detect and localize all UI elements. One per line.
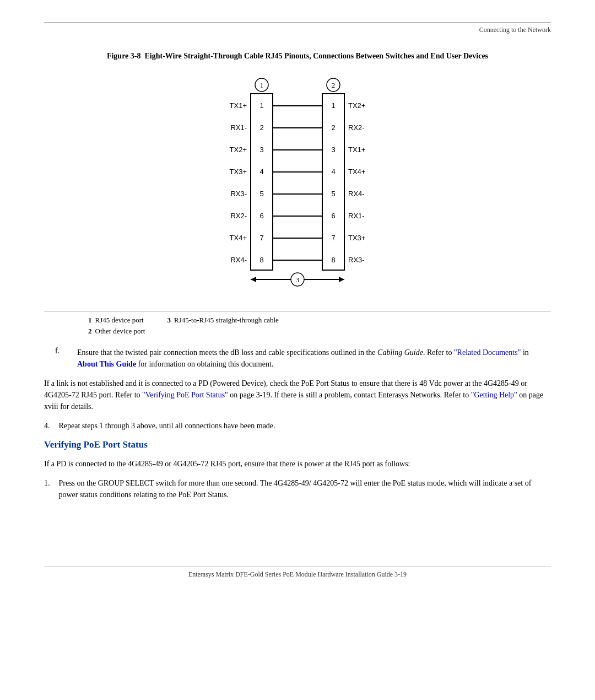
legend-num-3: 3 <box>167 316 171 325</box>
svg-text:3: 3 <box>259 146 263 154</box>
svg-text:8: 8 <box>259 256 263 264</box>
svg-text:1: 1 <box>259 101 263 110</box>
legend-item-2: 2 Other device port <box>88 327 145 336</box>
diagram-svg: 1 2 TX1+ 1 1 TX2+ RX1- 2 2 RX2- TX2+ 3 <box>165 73 430 304</box>
svg-text:RX2-: RX2- <box>230 212 247 220</box>
svg-text:TX4+: TX4+ <box>348 168 365 176</box>
legend-text-1: RJ45 device port <box>95 316 144 325</box>
step-4-row: 4. Repeat steps 1 through 3 above, until… <box>44 420 551 432</box>
section-heading: Verifying PoE Port Status <box>44 439 551 450</box>
svg-text:RX4-: RX4- <box>230 256 247 264</box>
svg-text:4: 4 <box>259 168 263 176</box>
svg-text:2: 2 <box>331 123 335 132</box>
legend-left: 1 RJ45 device port 2 Other device port <box>88 316 145 338</box>
legend-num-1: 1 <box>88 316 92 325</box>
svg-text:TX3+: TX3+ <box>348 234 365 242</box>
svg-text:1: 1 <box>331 101 335 110</box>
verifying-poe-link[interactable]: "Verifying PoE Port Status" <box>142 391 228 399</box>
step-f-cabling-guide: Cabling Guide <box>377 348 423 357</box>
svg-text:TX2+: TX2+ <box>230 146 247 154</box>
step-f-mid: . Refer to <box>423 348 454 357</box>
step-4-text: Repeat steps 1 through 3 above, until al… <box>59 420 275 432</box>
svg-text:6: 6 <box>259 212 263 220</box>
svg-text:TX3+: TX3+ <box>230 168 247 176</box>
svg-rect-4 <box>251 94 273 270</box>
svg-text:3: 3 <box>331 146 335 154</box>
svg-text:6: 6 <box>331 212 335 220</box>
header-text: Connecting to the Network <box>44 26 551 34</box>
step-f-row: f. Ensure that the twisted pair connecti… <box>44 347 551 370</box>
step-f-end: for information on obtaining this docume… <box>136 360 273 368</box>
svg-rect-5 <box>322 94 344 270</box>
figure-title: Eight-Wire Straight-Through Cable RJ45 P… <box>145 52 489 60</box>
svg-text:2: 2 <box>332 81 336 89</box>
related-documents-link[interactable]: "Related Documents" <box>454 348 521 357</box>
step-1-text: Press on the GROUP SELECT switch for mor… <box>59 477 551 500</box>
svg-text:1: 1 <box>260 81 264 89</box>
svg-text:TX1+: TX1+ <box>230 101 247 110</box>
svg-text:TX2+: TX2+ <box>348 101 365 110</box>
step-1-row: 1. Press on the GROUP SELECT switch for … <box>44 477 551 500</box>
legend-item-1: 1 RJ45 device port <box>88 316 145 325</box>
svg-text:TX1+: TX1+ <box>348 146 365 154</box>
svg-text:7: 7 <box>259 234 263 242</box>
svg-text:RX3-: RX3- <box>348 256 365 264</box>
legend-text-2: Other device port <box>95 327 145 336</box>
svg-text:RX1-: RX1- <box>348 212 365 220</box>
svg-text:5: 5 <box>259 190 263 198</box>
svg-text:RX4-: RX4- <box>348 190 365 198</box>
legend-right: 3 RJ45-to-RJ45 straight-through cable <box>167 316 278 338</box>
figure-label: Figure 3-8 <box>107 52 141 60</box>
svg-marker-48 <box>339 277 344 282</box>
svg-text:7: 7 <box>331 234 335 242</box>
footer-area: Enterasys Matrix DFE-Gold Series PoE Mod… <box>44 567 551 579</box>
step-f-content: Ensure that the twisted pair connection … <box>77 347 551 370</box>
para-1: If a link is not established and it is c… <box>44 378 551 412</box>
svg-text:RX3-: RX3- <box>230 190 247 198</box>
step-4-num: 4. <box>44 420 50 432</box>
header-rule <box>44 22 551 23</box>
svg-text:4: 4 <box>331 168 335 176</box>
step-1-num: 1. <box>44 477 50 500</box>
figure-caption: Figure 3-8 Eight-Wire Straight-Through C… <box>44 51 551 62</box>
svg-marker-47 <box>251 277 256 282</box>
diagram-area: 1 2 TX1+ 1 1 TX2+ RX1- 2 2 RX2- TX2+ 3 <box>44 73 551 306</box>
svg-text:3: 3 <box>296 276 300 284</box>
intro-text: If a PD is connected to the 4G4285-49 or… <box>44 458 551 470</box>
svg-text:TX4+: TX4+ <box>230 234 247 242</box>
svg-text:8: 8 <box>331 256 335 264</box>
footer-rule <box>44 567 551 567</box>
legend-num-2: 2 <box>88 327 92 336</box>
svg-text:2: 2 <box>259 123 263 132</box>
legend: 1 RJ45 device port 2 Other device port 3… <box>44 311 551 338</box>
svg-text:RX1-: RX1- <box>230 123 247 132</box>
page: Connecting to the Network Figure 3-8 Eig… <box>0 0 595 700</box>
footer-text: Enterasys Matrix DFE-Gold Series PoE Mod… <box>44 570 551 579</box>
step-f-text: Ensure that the twisted pair connection … <box>77 348 377 357</box>
step-f-in: in <box>521 348 528 357</box>
step-f-label: f. <box>55 347 66 356</box>
svg-text:5: 5 <box>331 190 335 198</box>
getting-help-link[interactable]: "Getting Help" <box>471 391 517 399</box>
about-this-guide-link[interactable]: About This Guide <box>77 360 136 368</box>
legend-item-3: 3 RJ45-to-RJ45 straight-through cable <box>167 316 278 325</box>
para1-page: on page 3-19. If there is still a proble… <box>228 391 471 399</box>
legend-text-3: RJ45-to-RJ45 straight-through cable <box>174 316 279 325</box>
svg-text:RX2-: RX2- <box>348 123 365 132</box>
